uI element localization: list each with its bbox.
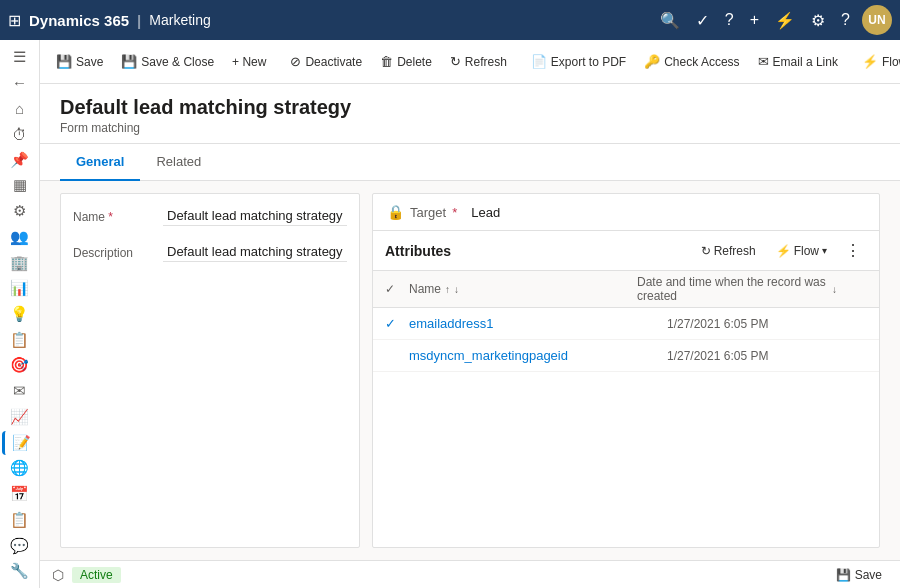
description-value[interactable]: Default lead matching strategy [163, 242, 347, 262]
sidebar-emails-icon[interactable]: ✉ [2, 379, 38, 403]
attributes-title: Attributes [385, 243, 693, 259]
sidebar-accounts-icon[interactable]: 🏢 [2, 251, 38, 275]
delete-button[interactable]: 🗑 Delete [372, 50, 440, 73]
save-close-button[interactable]: 💾 Save & Close [113, 50, 222, 73]
attributes-table: ✓ emailaddress1 1/27/2021 6:05 PM msdync… [373, 308, 879, 547]
sidebar-menu-icon[interactable]: ☰ [2, 45, 38, 69]
sidebar-recent-icon[interactable]: ⏱ [2, 122, 38, 146]
fields-panel: Name Default lead matching strategy Desc… [60, 193, 360, 548]
help-icon[interactable]: ? [721, 7, 738, 33]
deactivate-button[interactable]: ⊘ Deactivate [282, 50, 370, 73]
brand-name: Dynamics 365 [29, 12, 129, 29]
status-save-icon: 💾 [836, 568, 851, 582]
flow-dropdown-icon: ▾ [822, 245, 827, 256]
flow-button[interactable]: ⚡ Flow ▾ [854, 50, 900, 73]
sidebar-journeys-icon[interactable]: 📈 [2, 405, 38, 429]
sidebar-forms-icon[interactable]: 📝 [2, 431, 38, 455]
status-right: 💾 Save [830, 566, 888, 584]
sidebar-pinned-icon[interactable]: 📌 [2, 148, 38, 172]
sidebar-surveys-icon[interactable]: 📋 [2, 508, 38, 532]
check-column-header: ✓ [385, 282, 409, 296]
name-value[interactable]: Default lead matching strategy [163, 206, 347, 226]
sidebar-home-icon[interactable]: ⌂ [2, 96, 38, 120]
sort-asc-icon[interactable]: ↑ [445, 284, 450, 295]
export-pdf-button[interactable]: 📄 Export to PDF [523, 50, 634, 73]
attribute-link-msdyncm[interactable]: msdyncm_marketingpageid [409, 348, 568, 363]
tab-related[interactable]: Related [140, 144, 217, 181]
attributes-refresh-button[interactable]: ↻ Refresh [693, 240, 764, 262]
task-icon[interactable]: ✓ [692, 7, 713, 34]
check-access-button[interactable]: 🔑 Check Access [636, 50, 747, 73]
sidebar-list-icon[interactable]: 📋 [2, 328, 38, 352]
status-save-button[interactable]: 💾 Save [830, 566, 888, 584]
save-close-icon: 💾 [121, 54, 137, 69]
page-subtitle: Form matching [60, 121, 880, 135]
toolbar: 💾 Save 💾 Save & Close + New ⊘ Deactivate… [40, 40, 900, 84]
save-icon: 💾 [56, 54, 72, 69]
plus-icon[interactable]: + [746, 7, 763, 33]
refresh-button[interactable]: ↻ Refresh [442, 50, 515, 73]
date-column-header[interactable]: Date and time when the record was create… [637, 275, 837, 303]
target-required-star: * [452, 205, 457, 220]
content-area: 💾 Save 💾 Save & Close + New ⊘ Deactivate… [40, 40, 900, 588]
brand-separator: | [137, 12, 141, 29]
sidebar-back-icon[interactable]: ← [2, 71, 38, 95]
attribute-row-msdyncm: msdyncm_marketingpageid 1/27/2021 6:05 P… [373, 340, 879, 372]
attributes-more-button[interactable]: ⋮ [839, 237, 867, 264]
check-icon: 🔑 [644, 54, 660, 69]
refresh-icon: ↻ [450, 54, 461, 69]
nav-icons-group: 🔍 ✓ ? + ⚡ ⚙ ? UN [656, 5, 892, 35]
attributes-flow-button[interactable]: ⚡ Flow ▾ [768, 240, 835, 262]
sidebar-opportunities-icon[interactable]: 💡 [2, 302, 38, 326]
sidebar-settings-icon[interactable]: ⚙ [2, 199, 38, 223]
sidebar-social-icon[interactable]: 💬 [2, 534, 38, 558]
sidebar-contacts-icon[interactable]: 👥 [2, 225, 38, 249]
attribute-link-emailaddress1[interactable]: emailaddress1 [409, 316, 494, 331]
lock-icon: 🔒 [387, 204, 404, 220]
name-label: Name [73, 206, 163, 224]
save-button[interactable]: 💾 Save [48, 50, 111, 73]
sidebar-dashboards-icon[interactable]: ▦ [2, 174, 38, 198]
new-button[interactable]: + New [224, 51, 274, 73]
user-avatar[interactable]: UN [862, 5, 892, 35]
attribute-row-emailaddress1: ✓ emailaddress1 1/27/2021 6:05 PM [373, 308, 879, 340]
expand-status-icon[interactable]: ⬡ [52, 567, 64, 583]
page-title: Default lead matching strategy [60, 96, 880, 119]
page-header: Default lead matching strategy Form matc… [40, 84, 900, 144]
sidebar-pages-icon[interactable]: 🌐 [2, 457, 38, 481]
flow-icon: ⚡ [862, 54, 878, 69]
attributes-column-headers: ✓ Name ↑ ↓ Date and time when the record… [373, 271, 879, 308]
status-bar: ⬡ Active 💾 Save [40, 560, 900, 588]
attributes-panel: 🔒 Target * Lead Attributes ↻ Refresh ⚡ [372, 193, 880, 548]
description-label: Description [73, 242, 163, 260]
attr-actions: ↻ Refresh ⚡ Flow ▾ ⋮ [693, 237, 867, 264]
brand-logo: Dynamics 365 | Marketing [29, 12, 211, 29]
settings-icon[interactable]: ⚙ [807, 7, 829, 34]
tab-general[interactable]: General [60, 144, 140, 181]
target-value: Lead [471, 205, 500, 220]
export-icon: 📄 [531, 54, 547, 69]
date-sort-icon[interactable]: ↓ [832, 284, 837, 295]
target-label: Target [410, 205, 446, 220]
description-field-row: Description Default lead matching strate… [73, 242, 347, 262]
form-content: Name Default lead matching strategy Desc… [40, 181, 900, 560]
name-column-header[interactable]: Name ↑ ↓ [409, 282, 637, 296]
sidebar-config-icon[interactable]: 🔧 [2, 559, 38, 583]
status-left: ⬡ Active [52, 567, 121, 583]
advanced-find-icon[interactable]: ⚡ [771, 7, 799, 34]
sort-desc-icon[interactable]: ↓ [454, 284, 459, 295]
sidebar-events-icon[interactable]: 📅 [2, 482, 38, 506]
deactivate-icon: ⊘ [290, 54, 301, 69]
sidebar-leads-icon[interactable]: 📊 [2, 276, 38, 300]
email-link-button[interactable]: ✉ Email a Link [750, 50, 846, 73]
name-field-row: Name Default lead matching strategy [73, 206, 347, 226]
target-header: 🔒 Target * Lead [373, 194, 879, 231]
help-question-icon[interactable]: ? [837, 7, 854, 33]
main-wrapper: ☰ ← ⌂ ⏱ 📌 ▦ ⚙ 👥 🏢 📊 💡 📋 🎯 ✉ 📈 📝 🌐 📅 📋 💬 … [0, 40, 900, 588]
sidebar-segments-icon[interactable]: 🎯 [2, 354, 38, 378]
attributes-flow-icon: ⚡ [776, 244, 791, 258]
apps-grid-icon[interactable]: ⊞ [8, 11, 21, 30]
delete-icon: 🗑 [380, 54, 393, 69]
row-date-2: 1/27/2021 6:05 PM [667, 349, 867, 363]
search-icon[interactable]: 🔍 [656, 7, 684, 34]
